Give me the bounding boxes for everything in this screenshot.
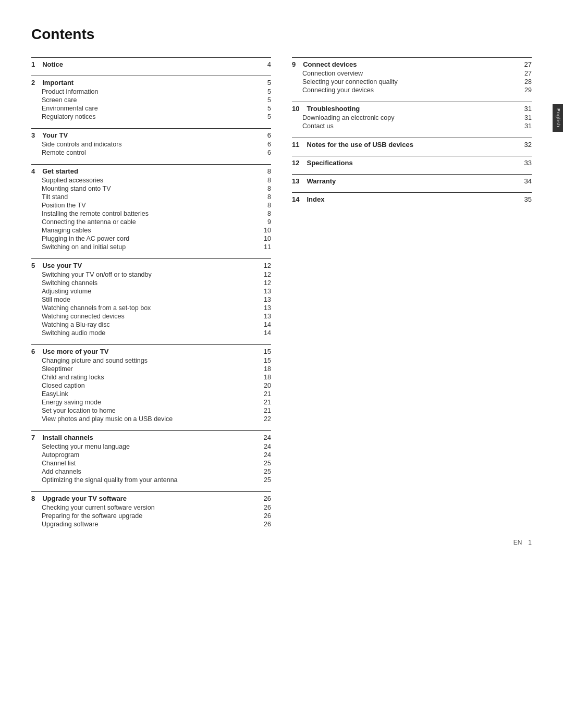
section-header: 6Use more of your TV15: [31, 344, 271, 355]
item-page: 27: [521, 70, 532, 77]
list-item: Selecting your connection quality28: [292, 78, 532, 86]
list-item: Regulatory notices5: [31, 113, 271, 121]
item-page: 11: [261, 243, 271, 251]
section-header: 14Index35: [292, 192, 532, 203]
list-item: Child and rating locks18: [31, 373, 271, 381]
item-page: 9: [261, 218, 271, 226]
section-title: Your TV: [42, 131, 68, 139]
list-item: Sleeptimer18: [31, 365, 271, 373]
section-page-number: 8: [267, 167, 271, 175]
item-page: 5: [261, 113, 271, 120]
section-page-number: 27: [524, 60, 532, 68]
list-item: Connecting your devices29: [292, 86, 532, 94]
section-header: 10Troubleshooting31: [292, 102, 532, 113]
list-item: Position the TV8: [31, 201, 271, 209]
list-item: Mounting stand onto TV8: [31, 184, 271, 193]
item-label: Upgrading software: [42, 521, 261, 528]
item-label: Screen care: [42, 96, 261, 104]
section-header: 9Connect devices27: [292, 57, 532, 68]
section-title: Upgrade your TV software: [42, 495, 127, 502]
item-label: Managing cables: [42, 227, 261, 234]
page: Contents 1Notice42Important5Product info…: [0, 0, 563, 562]
section-header: 11Notes for the use of USB devices32: [292, 138, 532, 149]
section-number: 9: [292, 60, 296, 68]
section-number: 13: [292, 177, 299, 185]
toc-section: 1Notice4: [31, 57, 271, 68]
item-label: Plugging in the AC power cord: [42, 235, 261, 242]
item-page: 24: [261, 443, 271, 450]
item-label: Connecting the antenna or cable: [42, 218, 261, 226]
item-label: Contact us: [302, 122, 521, 130]
list-item: Downloading an electronic copy31: [292, 114, 532, 122]
list-item: Product information5: [31, 88, 271, 96]
list-item: Supplied accessories8: [31, 176, 271, 184]
section-title: Notice: [42, 60, 63, 68]
item-page: 8: [261, 185, 271, 192]
list-item: Energy saving mode21: [31, 398, 271, 406]
item-label: Add channels: [42, 468, 261, 475]
toc-section: 2Important5Product information5Screen ca…: [31, 76, 271, 121]
section-title: Important: [42, 79, 74, 87]
list-item: Watching a Blu-ray disc14: [31, 320, 271, 329]
item-label: View photos and play music on a USB devi…: [42, 415, 261, 423]
item-label: Switching your TV on/off or to standby: [42, 271, 261, 278]
item-page: 13: [261, 304, 271, 312]
item-page: 25: [261, 476, 271, 484]
section-title: Use your TV: [42, 262, 82, 269]
toc-section: 13Warranty34: [292, 174, 532, 185]
list-item: Closed caption20: [31, 381, 271, 390]
section-number: 1: [31, 60, 35, 68]
list-item: Connecting the antenna or cable9: [31, 218, 271, 226]
list-item: Tilt stand8: [31, 193, 271, 201]
list-item: Managing cables10: [31, 226, 271, 235]
section-number: 2: [31, 79, 35, 87]
toc-section: 5Use your TV12Switching your TV on/off o…: [31, 258, 271, 337]
list-item: View photos and play music on a USB devi…: [31, 415, 271, 423]
list-item: Add channels25: [31, 467, 271, 476]
section-title: Notes for the use of USB devices: [307, 141, 413, 149]
toc-section: 6Use more of your TV15Changing picture a…: [31, 344, 271, 423]
list-item: Switching your TV on/off or to standby12: [31, 270, 271, 279]
item-page: 26: [261, 512, 271, 520]
item-page: 12: [261, 279, 271, 287]
item-page: 22: [261, 415, 271, 423]
item-label: Installing the remote control batteries: [42, 210, 261, 217]
section-page-number: 5: [267, 79, 271, 87]
section-title: Troubleshooting: [307, 105, 360, 113]
list-item: Changing picture and sound settings15: [31, 356, 271, 365]
list-item: Screen care5: [31, 96, 271, 104]
list-item: Set your location to home21: [31, 406, 271, 415]
list-item: Switching on and initial setup11: [31, 243, 271, 251]
list-item: Environmental care5: [31, 104, 271, 113]
list-item: Plugging in the AC power cord10: [31, 235, 271, 243]
item-label: Switching audio mode: [42, 329, 261, 337]
item-label: Environmental care: [42, 105, 261, 112]
section-page-number: 34: [524, 177, 532, 185]
list-item: Connection overview27: [292, 69, 532, 78]
toc-section: 12Specifications33: [292, 156, 532, 167]
list-item: Checking your current software version26: [31, 503, 271, 512]
footer-label: EN: [513, 539, 522, 546]
item-label: Downloading an electronic copy: [302, 114, 521, 121]
section-header: 12Specifications33: [292, 156, 532, 167]
item-label: Changing picture and sound settings: [42, 357, 261, 364]
item-page: 12: [261, 271, 271, 278]
section-page-number: 4: [267, 60, 271, 68]
list-item: Optimizing the signal quality from your …: [31, 476, 271, 484]
item-label: Child and rating locks: [42, 374, 261, 381]
section-page-number: 26: [264, 495, 271, 502]
item-label: Selecting your menu language: [42, 443, 261, 450]
item-page: 28: [521, 78, 532, 85]
item-label: Position the TV: [42, 202, 261, 209]
item-label: Optimizing the signal quality from your …: [42, 476, 261, 484]
item-label: Autoprogram: [42, 451, 261, 459]
item-label: Tilt stand: [42, 193, 261, 201]
section-number: 6: [31, 348, 35, 355]
item-page: 21: [261, 407, 271, 414]
right-column: 9Connect devices27Connection overview27S…: [292, 57, 532, 536]
item-page: 8: [261, 210, 271, 217]
list-item: Contact us31: [292, 122, 532, 130]
list-item: Adjusting volume13: [31, 287, 271, 295]
item-page: 5: [261, 96, 271, 104]
left-column: 1Notice42Important5Product information5S…: [31, 57, 271, 536]
